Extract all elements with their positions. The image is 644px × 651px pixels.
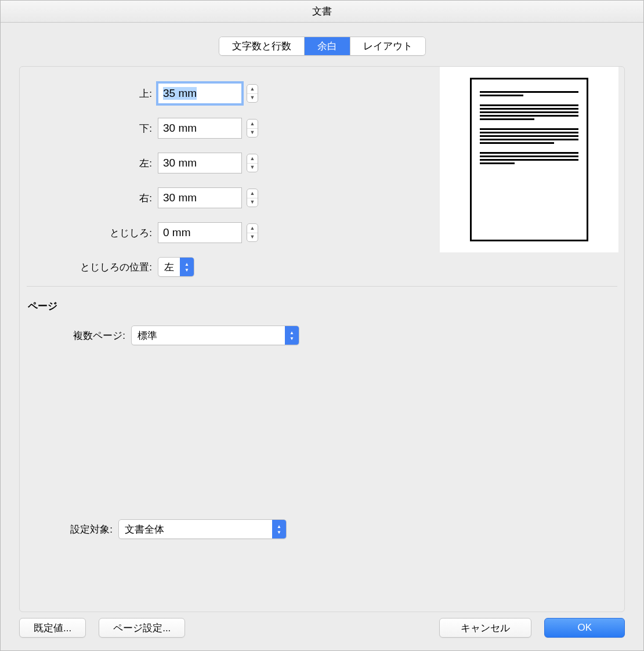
multi-pages-value: 標準 xyxy=(132,326,285,345)
left-margin-input[interactable]: 30 mm xyxy=(158,153,242,173)
gutter-position-value: 左 xyxy=(158,258,180,276)
left-margin-label: 左: xyxy=(26,157,158,170)
page-setup-button[interactable]: ページ設定... xyxy=(99,618,185,638)
window-title: 文書 xyxy=(312,5,332,18)
gutter-stepper[interactable]: ▲ ▼ xyxy=(247,223,258,242)
gutter-position-label: とじしろの位置: xyxy=(26,261,158,274)
chevron-down-icon[interactable]: ▼ xyxy=(247,198,258,207)
left-margin-stepper[interactable]: ▲ ▼ xyxy=(247,154,258,172)
divider xyxy=(27,286,617,287)
chevron-down-icon[interactable]: ▼ xyxy=(247,129,258,138)
bottom-margin-input[interactable]: 30 mm xyxy=(158,118,242,139)
defaults-button[interactable]: 既定値... xyxy=(19,618,86,638)
apply-to-select[interactable]: 文書全体 ▲▼ xyxy=(118,519,287,539)
right-margin-label: 右: xyxy=(26,191,158,205)
top-margin-input[interactable]: 35 mm xyxy=(158,83,242,104)
gutter-label: とじしろ: xyxy=(26,226,158,240)
button-bar: 既定値... ページ設定... キャンセル OK xyxy=(1,612,643,650)
chevron-up-icon[interactable]: ▲ xyxy=(247,120,258,129)
chevron-down-icon[interactable]: ▼ xyxy=(247,233,258,242)
chevron-up-icon[interactable]: ▲ xyxy=(247,224,258,233)
select-arrows-icon: ▲▼ xyxy=(285,326,299,345)
apply-to-label: 設定対象: xyxy=(26,523,118,536)
dialog-window: 文書 文字数と行数 余白 レイアウト xyxy=(0,0,644,651)
apply-to-value: 文書全体 xyxy=(119,520,272,538)
multi-pages-select[interactable]: 標準 ▲▼ xyxy=(131,326,299,345)
tab-segmented-control: 文字数と行数 余白 レイアウト xyxy=(219,37,426,56)
pages-heading: ページ xyxy=(28,299,618,313)
multi-pages-label: 複数ページ: xyxy=(26,329,131,342)
bottom-margin-label: 下: xyxy=(26,122,158,135)
select-arrows-icon: ▲▼ xyxy=(180,258,194,276)
tab-chars-lines[interactable]: 文字数と行数 xyxy=(219,37,305,55)
select-arrows-icon: ▲▼ xyxy=(272,520,286,538)
chevron-up-icon[interactable]: ▲ xyxy=(247,85,258,94)
gutter-input[interactable]: 0 mm xyxy=(158,222,242,243)
chevron-down-icon[interactable]: ▼ xyxy=(247,164,258,172)
top-margin-stepper[interactable]: ▲ ▼ xyxy=(247,84,258,103)
page-preview-page xyxy=(470,78,588,241)
top-margin-label: 上: xyxy=(26,87,158,100)
chevron-up-icon[interactable]: ▲ xyxy=(247,189,258,198)
settings-panel: 上: 35 mm ▲ ▼ 下: 30 mm ▲ ▼ 左: 30 mm xyxy=(19,66,625,612)
tab-bar: 文字数と行数 余白 レイアウト xyxy=(1,23,643,56)
content-area: 文字数と行数 余白 レイアウト xyxy=(1,23,643,650)
right-margin-stepper[interactable]: ▲ ▼ xyxy=(247,189,258,207)
titlebar: 文書 xyxy=(1,1,643,23)
tab-margins[interactable]: 余白 xyxy=(305,37,350,55)
right-margin-input[interactable]: 30 mm xyxy=(158,187,242,208)
chevron-up-icon[interactable]: ▲ xyxy=(247,154,258,164)
bottom-margin-stepper[interactable]: ▲ ▼ xyxy=(247,119,258,138)
tab-layout[interactable]: レイアウト xyxy=(350,37,425,55)
ok-button[interactable]: OK xyxy=(544,618,625,638)
page-preview xyxy=(440,67,618,252)
cancel-button[interactable]: キャンセル xyxy=(439,618,531,638)
chevron-down-icon[interactable]: ▼ xyxy=(247,94,258,103)
gutter-position-select[interactable]: 左 ▲▼ xyxy=(158,257,194,277)
